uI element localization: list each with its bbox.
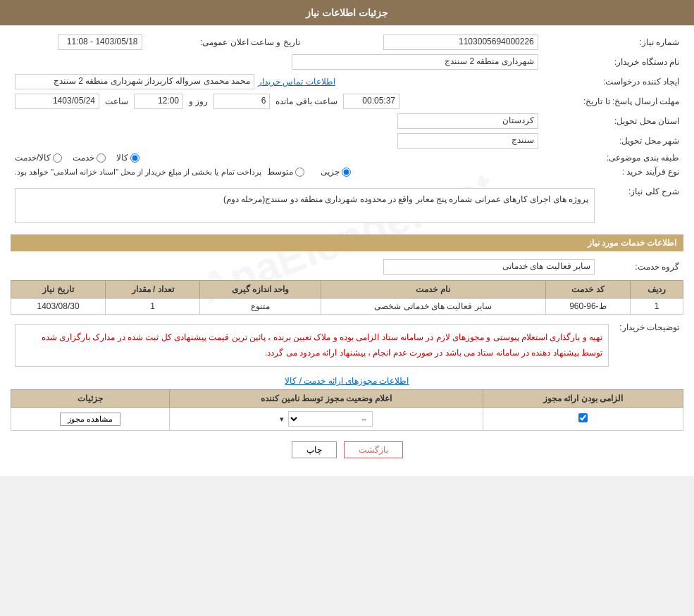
permits-section: اطلاعات مجوزهای ارائه خدمت / کالا الزامی…: [11, 376, 683, 431]
col-count: تعداد / مقدار: [106, 281, 200, 298]
radio-khedmat-input[interactable]: [97, 153, 106, 163]
process-label: نوع فرآیند خرید :: [543, 165, 683, 179]
radio-khedmat[interactable]: خدمت: [73, 153, 106, 163]
radio-kala-input[interactable]: [130, 153, 140, 163]
services-section-title: اطلاعات خدمات مورد نیاز: [11, 234, 683, 251]
contact-link[interactable]: اطلاعات تماس خریدار: [258, 77, 335, 87]
list-item: -- ▾ مشاهده مجوز: [11, 408, 683, 431]
page-header: جزئیات اطلاعات نیاز: [0, 0, 694, 25]
process-text: پرداخت تمام یا بخشی از مبلغ خریدار از مح…: [15, 168, 261, 177]
need-number-label: شماره نیاز:: [543, 32, 683, 52]
service-group-value: سایر فعالیت های خدماتی: [11, 257, 599, 277]
city-value: سنندج: [11, 131, 543, 151]
page-title: جزئیات اطلاعات نیاز: [306, 7, 388, 18]
col-unit: واحد اندازه گیری: [200, 281, 321, 298]
col-required: الزامی بودن ارائه مجوز: [483, 390, 683, 408]
radio-kala-label: کالا: [116, 153, 128, 163]
page-wrapper: AnaElender.net جزئیات اطلاعات نیاز شماره…: [0, 0, 694, 476]
deadline-remaining-label: ساعت باقی مانده: [275, 96, 337, 106]
creator-input: محمد محمدی سرواله کاربرداز شهرداری منطقه…: [15, 74, 254, 89]
buyer-notes-box: تهیه و بارگذاری استعلام پیوستی و مجوزهای…: [15, 324, 609, 367]
radio-kala-khedmat[interactable]: کالا/خدمت: [15, 153, 62, 163]
deadline-time-input: 12:00: [134, 94, 183, 109]
service-group-input: سایر فعالیت های خدماتی: [383, 259, 595, 275]
buyer-notes-label: توضیحات خریدار:: [613, 318, 683, 372]
services-table: ردیف کد خدمت نام خدمت واحد اندازه گیری ت…: [11, 280, 683, 315]
bottom-buttons: چاپ بازگشت: [11, 441, 683, 458]
announce-date-input: 1403/05/18 - 11:08: [58, 34, 142, 50]
radio-motavaset[interactable]: متوسط: [267, 167, 304, 177]
buyer-org-label: نام دستگاه خریدار:: [543, 52, 683, 72]
service-group-label: گروه خدمت:: [599, 257, 683, 277]
deadline-days-input: 6: [213, 94, 270, 109]
info-table: شماره نیاز: 1103005694000226 تاریخ و ساع…: [11, 32, 683, 179]
radio-kala[interactable]: کالا: [116, 153, 140, 163]
buyer-org-input: شهرداری منطقه 2 سنندج: [292, 54, 538, 70]
cell-service-code: ط-96-960: [545, 298, 631, 315]
cell-unit: متنوع: [200, 298, 321, 315]
buyer-org-value: شهرداری منطقه 2 سنندج: [11, 52, 543, 72]
cell-date: 1403/08/30: [11, 298, 106, 315]
permit-required-checkbox[interactable]: [578, 413, 588, 422]
announce-date-value: 1403/05/18 - 11:08: [11, 32, 147, 52]
need-desc-label: شرح کلی نیاز:: [599, 182, 683, 229]
radio-jazee-label: جزیی: [321, 167, 340, 177]
print-button[interactable]: چاپ: [292, 441, 337, 458]
permit-required-cell: [483, 408, 683, 431]
announce-date-label: تاریخ و ساعت اعلان عمومی:: [147, 32, 304, 52]
province-label: استان محل تحویل:: [543, 111, 683, 131]
radio-kala-khedmat-input[interactable]: [53, 153, 62, 163]
col-date: تاریخ نیاز: [11, 281, 106, 298]
radio-kala-khedmat-label: کالا/خدمت: [15, 153, 51, 163]
buyer-notes-value: تهیه و بارگذاری استعلام پیوستی و مجوزهای…: [11, 318, 613, 372]
need-desc-table: شرح کلی نیاز: پروژه های اجرای کارهای عمر…: [11, 182, 683, 229]
province-value: کردستان: [11, 111, 543, 131]
permit-details-cell: مشاهده مجوز: [11, 408, 170, 431]
col-row-num: ردیف: [631, 281, 683, 298]
creator-row: محمد محمدی سرواله کاربرداز شهرداری منطقه…: [11, 72, 543, 92]
creator-label: ایجاد کننده درخواست:: [543, 72, 683, 92]
permits-table: الزامی بودن ارائه مجوز اعلام وضعیت مجوز …: [11, 389, 683, 431]
permits-link[interactable]: اطلاعات مجوزهای ارائه خدمت / کالا: [11, 376, 683, 386]
col-service-code: کد خدمت: [545, 281, 631, 298]
deadline-row: 1403/05/24 ساعت 12:00 روز و 6 ساعت باقی …: [11, 92, 543, 111]
need-number-value: 1103005694000226: [304, 32, 543, 52]
col-status-announce: اعلام وضعیت مجوز توسط نامین کننده: [170, 390, 483, 408]
col-service-name: نام خدمت: [321, 281, 545, 298]
province-input: کردستان: [397, 113, 538, 129]
process-row: پرداخت تمام یا بخشی از مبلغ خریدار از مح…: [11, 165, 543, 179]
deadline-label: مهلت ارسال پاسخ: تا تاریخ:: [543, 92, 683, 111]
col-details: جزئیات: [11, 390, 170, 408]
view-permit-button[interactable]: مشاهده مجوز: [60, 413, 120, 426]
radio-jazee[interactable]: جزیی: [321, 167, 351, 177]
permit-status-select[interactable]: --: [288, 411, 373, 427]
radio-motavaset-label: متوسط: [267, 167, 293, 177]
city-label: شهر محل تحویل:: [543, 131, 683, 151]
service-group-table: گروه خدمت: سایر فعالیت های خدماتی: [11, 257, 683, 277]
table-row: 1 ط-96-960 سایر فعالیت های خدماتی شخصی م…: [11, 298, 683, 315]
radio-motavaset-input[interactable]: [295, 168, 304, 177]
category-row: کالا/خدمت خدمت کالا: [11, 151, 543, 165]
deadline-date-input: 1403/05/24: [15, 94, 99, 109]
radio-jazee-input[interactable]: [342, 168, 351, 177]
deadline-time-label: ساعت: [105, 96, 128, 106]
city-input: سنندج: [397, 133, 538, 149]
category-label: طبقه بندی موضوعی:: [543, 151, 683, 165]
permit-status-cell: -- ▾: [170, 408, 483, 431]
need-desc-box: پروژه های اجرای کارهای عمرانی شماره پنج …: [15, 188, 595, 223]
deadline-day-label: روز و: [189, 96, 208, 106]
radio-khedmat-label: خدمت: [73, 153, 94, 163]
content-area: شماره نیاز: 1103005694000226 تاریخ و ساع…: [0, 25, 694, 476]
cell-row-num: 1: [631, 298, 683, 315]
deadline-remaining-input: 00:05:37: [343, 94, 399, 109]
back-button[interactable]: بازگشت: [344, 441, 403, 458]
cell-count: 1: [106, 298, 200, 315]
cell-service-name: سایر فعالیت های خدماتی شخصی: [321, 298, 545, 315]
buyer-notes-table: توضیحات خریدار: تهیه و بارگذاری استعلام …: [11, 318, 683, 372]
need-desc-value: پروژه های اجرای کارهای عمرانی شماره پنج …: [11, 182, 599, 229]
need-number-input: 1103005694000226: [383, 34, 538, 50]
